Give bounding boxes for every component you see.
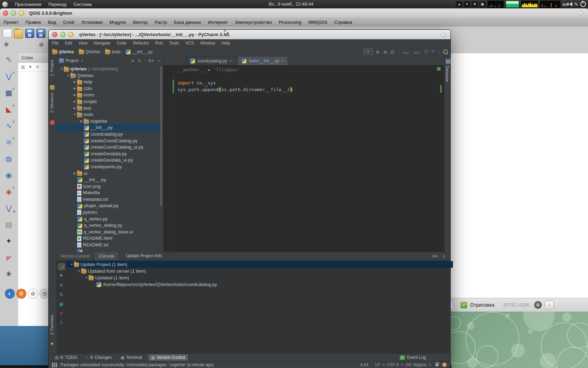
system-menu-Переход[interactable]: Переход bbox=[45, 2, 70, 7]
toolwindow-tab-9-changes[interactable]: ◔9: Changes bbox=[83, 354, 114, 361]
toolwindow-toggle-icon[interactable] bbox=[52, 363, 57, 367]
gear-icon[interactable]: ⚙▾ bbox=[148, 59, 153, 63]
globe-tool-icon[interactable]: ◉ bbox=[4, 170, 14, 180]
rollback-button[interactable]: ↶ bbox=[432, 49, 435, 54]
tree-row[interactable]: createCoordCatalog.py bbox=[56, 138, 163, 144]
tree-row[interactable]: ▶svgwrite bbox=[56, 118, 163, 125]
tree-row[interactable]: README.html bbox=[56, 235, 163, 242]
vc-tab-Update Project Info[interactable]: Update Project Info bbox=[122, 253, 165, 260]
inspection-status-icon[interactable] bbox=[437, 67, 441, 71]
new-project-icon[interactable] bbox=[3, 29, 12, 38]
toolwindow-tab-version-control[interactable]: ▥Version Control bbox=[148, 354, 188, 361]
coverage-button[interactable]: ▨ bbox=[391, 49, 394, 54]
code-line[interactable]: sys.path.append(os.path.dirname(__file__… bbox=[177, 86, 293, 93]
toolwindow-tab-project[interactable]: 1: Project bbox=[50, 60, 54, 76]
locate-file-icon[interactable]: ⊕ bbox=[131, 59, 134, 63]
vc-tab-Console[interactable]: Console bbox=[95, 253, 118, 260]
collapsed-arrow-icon[interactable]: ▶ bbox=[72, 92, 77, 98]
maximize-button[interactable] bbox=[19, 11, 24, 16]
toolwindow-tab-database[interactable]: Database bbox=[445, 66, 449, 82]
keyboard-layout-indicator[interactable]: en bbox=[562, 2, 567, 7]
expanded-arrow-icon[interactable]: ▼ bbox=[59, 66, 64, 73]
vcs-branch[interactable]: Git: filippov bbox=[406, 362, 426, 367]
qgis-menu-Processing[interactable]: Processing bbox=[275, 20, 305, 25]
qgis-menu-Установки[interactable]: Установки bbox=[78, 20, 106, 25]
export-icon[interactable]: ⇓ bbox=[442, 254, 446, 259]
tablet-pen-icon[interactable]: ✎ bbox=[574, 2, 578, 7]
tree-row[interactable]: __init__.py bbox=[56, 124, 163, 131]
structure-icon[interactable] bbox=[50, 85, 55, 90]
line-separator[interactable]: LF bbox=[375, 362, 380, 367]
pycharm-menu-Run[interactable]: Run bbox=[152, 41, 166, 46]
tree-row[interactable]: coordcatalog.py bbox=[56, 131, 163, 138]
qgis-menu-Вид[interactable]: Вид bbox=[44, 20, 60, 25]
collapsed-arrow-icon[interactable]: ▶ bbox=[72, 105, 77, 112]
placemark-tool-icon[interactable]: ◈+ bbox=[4, 186, 14, 197]
breadcrumb-item[interactable]: QVertex bbox=[79, 49, 100, 54]
collapsed-arrow-icon[interactable]: ▶ bbox=[72, 79, 77, 86]
notes-icon[interactable]: ✦ bbox=[464, 1, 470, 7]
tree-row[interactable]: q_vertex_dialog.py bbox=[56, 222, 163, 229]
crs-button[interactable]: ⊕ bbox=[534, 301, 542, 309]
qgis-menu-Растр[interactable]: Растр bbox=[151, 20, 170, 25]
breadcrumb-item[interactable]: __init__.py bbox=[125, 49, 153, 55]
status-message[interactable]: Packages uninstalled successfully: Unins… bbox=[61, 362, 214, 367]
tree-row[interactable]: createCoordCatalog_ui.py bbox=[56, 144, 163, 151]
run-config-combo[interactable]: ▼ bbox=[363, 48, 373, 55]
collapse-all-icon[interactable]: ⇅ bbox=[138, 59, 141, 63]
expanded-arrow-icon[interactable]: ▼ bbox=[84, 274, 89, 281]
pan-tool-icon[interactable]: ✥ bbox=[2, 41, 10, 49]
save-as-icon[interactable] bbox=[36, 29, 46, 38]
save-project-icon[interactable] bbox=[25, 29, 34, 38]
distro-logo-icon[interactable] bbox=[2, 1, 8, 8]
change-stripe-marker[interactable] bbox=[440, 85, 442, 93]
zoom-tool-icon[interactable]: ⊕ bbox=[37, 41, 46, 49]
pycharm-menu-Refactor[interactable]: Refactor bbox=[130, 41, 152, 46]
network-graph-icon[interactable] bbox=[488, 1, 504, 8]
pycharm-menu-Window[interactable]: Window bbox=[197, 41, 218, 46]
hector-inspections-icon[interactable] bbox=[442, 362, 447, 367]
run-button[interactable]: ▶ bbox=[377, 49, 380, 54]
tree-row[interactable]: ▶scripts bbox=[56, 98, 163, 105]
pycharm-titlebar[interactable]: qVertex - [~/src/qVertex] - .../QVertex/… bbox=[49, 30, 450, 40]
tree-row[interactable]: q_vertex.py bbox=[56, 216, 163, 223]
settings-plugin-icon[interactable]: ⚙ bbox=[16, 289, 26, 299]
sphere-tool-icon[interactable]: ◍ bbox=[4, 154, 14, 164]
close-icon[interactable]: ✕ bbox=[58, 311, 64, 317]
close-tab-icon[interactable]: ✕ bbox=[281, 59, 284, 63]
pycharm-menu-View[interactable]: View bbox=[75, 41, 91, 46]
expanded-arrow-icon[interactable]: ▼ bbox=[69, 261, 74, 268]
qgis-menu-Проект[interactable]: Проект bbox=[0, 20, 22, 25]
coordinate-grid-icon[interactable]: ▦+ bbox=[4, 88, 14, 98]
cpu-history-graph-icon[interactable] bbox=[521, 1, 538, 8]
volume-icon[interactable] bbox=[569, 2, 572, 6]
debug-button[interactable]: ◉ bbox=[383, 49, 387, 54]
tree-row[interactable]: ▼qVertex (~/src/qVertex) bbox=[56, 66, 163, 73]
delete-vertex-icon[interactable]: ✳ bbox=[4, 269, 14, 279]
close-tab-icon[interactable]: ✕ bbox=[229, 59, 232, 63]
qgis-menu-Справка[interactable]: Справка bbox=[331, 20, 356, 25]
tree-row[interactable]: ▼QVertex bbox=[56, 73, 163, 79]
vcs-commit-button[interactable]: VCS↑ bbox=[413, 50, 421, 54]
walk-tool-icon[interactable]: ✦ bbox=[4, 236, 14, 246]
vcs-update-button[interactable]: VCS↓ bbox=[402, 50, 410, 54]
toolwindow-tab-structure[interactable]: 2: Structure bbox=[50, 93, 54, 113]
messages-warning-button[interactable]: ⚠ bbox=[545, 301, 554, 309]
editor-tab[interactable]: tools/__init__.py✕ bbox=[237, 56, 288, 65]
clock-plugin-icon[interactable]: ◷ bbox=[40, 289, 49, 299]
vc-tree-row[interactable]: ▼Update Project (1 item) bbox=[66, 261, 453, 268]
tree-row[interactable]: plugin_upload.py bbox=[56, 203, 163, 209]
tree-row[interactable]: ▶icons bbox=[56, 92, 163, 98]
expanded-arrow-icon[interactable]: ▼ bbox=[77, 268, 81, 274]
tree-row[interactable]: ▶test bbox=[56, 105, 163, 112]
code-line[interactable]: import os, sys bbox=[177, 80, 293, 86]
system-menu-Система[interactable]: Система bbox=[70, 2, 95, 7]
tree-row[interactable]: ▶ui bbox=[56, 170, 163, 177]
toolwindow-tab-terminal[interactable]: ▣Terminal bbox=[118, 354, 145, 361]
pycharm-menu-File[interactable]: File bbox=[49, 41, 62, 46]
tree-row[interactable]: metadata.txt bbox=[56, 196, 163, 203]
tree-row[interactable]: ▶help bbox=[56, 79, 163, 86]
minimize-button[interactable] bbox=[11, 11, 16, 16]
help-icon[interactable]: ? bbox=[58, 320, 64, 326]
changes-button[interactable]: ❒ bbox=[424, 49, 428, 54]
